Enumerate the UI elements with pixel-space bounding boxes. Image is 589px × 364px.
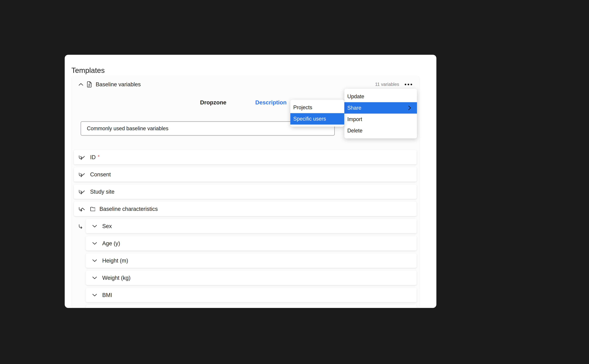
menu-item-label: Share [347, 105, 361, 111]
variables-count: 11 variables [375, 82, 399, 87]
chevron-down-icon[interactable] [92, 225, 97, 228]
menu-item-label: Delete [347, 128, 362, 134]
menu-item-delete[interactable]: Delete [344, 125, 417, 136]
variable-label: Age (y) [102, 240, 120, 247]
page-title: Templates [72, 66, 105, 75]
desktop-background: Templates Baseline variables [0, 0, 589, 364]
variable-label: BMI [102, 292, 112, 298]
ellipsis-icon [405, 84, 406, 85]
ellipsis-icon [411, 84, 412, 85]
variable-row-id[interactable]: ID * [74, 150, 417, 164]
variable-row-height[interactable]: Height (m) [86, 254, 417, 268]
tab-dropzone[interactable]: Dropzone [200, 99, 226, 106]
folder-icon [90, 207, 95, 211]
variable-row-age[interactable]: Age (y) [86, 236, 417, 251]
variable-row-sex[interactable]: Sex [86, 219, 417, 233]
variable-label: Study site [90, 189, 114, 195]
indent-arrow-icon [78, 224, 83, 229]
share-submenu: Projects Specific users [290, 100, 344, 127]
indent-arrow-icon [78, 207, 83, 212]
indent-arrow-icon [78, 172, 83, 178]
more-options-button[interactable] [404, 82, 413, 87]
menu-item-import[interactable]: Import [344, 114, 417, 125]
ellipsis-icon [408, 84, 409, 85]
indent-arrow-icon [78, 155, 83, 160]
variable-row-partial[interactable] [86, 305, 417, 308]
menu-item-label: Import [347, 116, 362, 122]
tab-description[interactable]: Description [255, 99, 287, 106]
required-marker: * [98, 154, 100, 160]
variable-label: Sex [102, 223, 112, 229]
variable-row-consent[interactable]: Consent [74, 167, 417, 182]
document-icon [87, 81, 92, 87]
chevron-down-icon[interactable] [92, 294, 97, 296]
chevron-down-icon[interactable] [92, 242, 97, 245]
variable-row-bmi[interactable]: BMI [86, 288, 417, 302]
chevron-down-icon[interactable] [92, 259, 97, 262]
context-menu: Update Share Import Delete [344, 89, 417, 138]
submenu-item-specific-users[interactable]: Specific users [290, 113, 344, 124]
menu-item-share[interactable]: Share [344, 102, 417, 114]
chevron-up-icon[interactable] [79, 83, 83, 86]
menu-item-update[interactable]: Update [344, 91, 417, 102]
variable-label: Consent [90, 171, 111, 178]
group-row-baseline-characteristics[interactable]: Baseline characteristics [74, 202, 417, 216]
menu-item-label: Specific users [293, 116, 326, 122]
chevron-down-icon[interactable] [92, 277, 97, 279]
menu-item-label: Update [347, 93, 364, 100]
variable-label: Height (m) [102, 258, 128, 264]
indent-arrow-icon [78, 189, 83, 195]
template-name: Baseline variables [96, 81, 141, 88]
variable-row-study-site[interactable]: Study site [74, 185, 417, 199]
menu-item-label: Projects [293, 104, 312, 110]
variable-row-weight[interactable]: Weight (kg) [86, 271, 417, 285]
variable-label: Weight (kg) [102, 275, 131, 281]
chevron-right-icon [408, 105, 411, 110]
submenu-item-projects[interactable]: Projects [290, 102, 344, 113]
variable-label: Baseline characteristics [99, 206, 158, 212]
variable-label: ID [90, 154, 96, 161]
